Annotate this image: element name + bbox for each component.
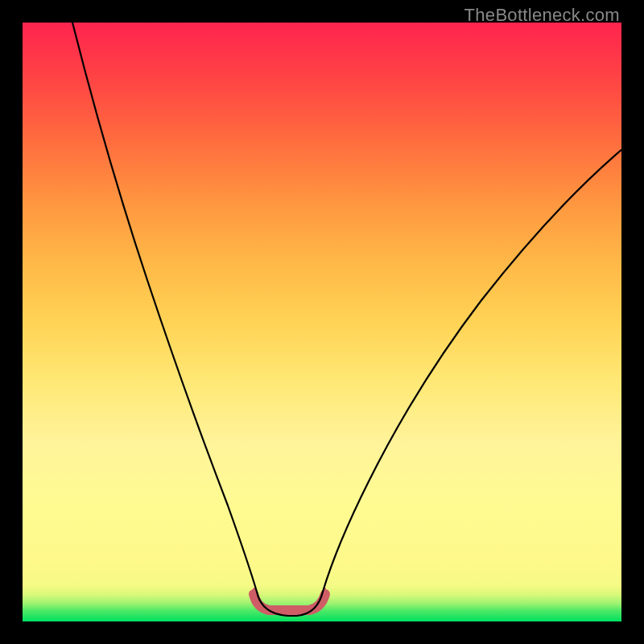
bottleneck-chart: TheBottleneck.com <box>0 0 644 644</box>
watermark-text: TheBottleneck.com <box>464 5 620 26</box>
plot-area <box>23 23 621 621</box>
bottleneck-curve <box>72 23 621 616</box>
chart-svg <box>23 23 621 621</box>
